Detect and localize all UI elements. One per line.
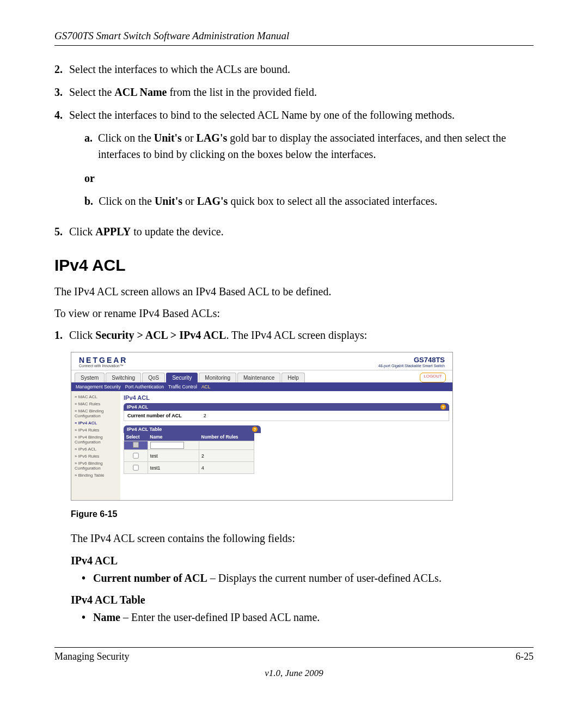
- help-icon[interactable]: ?: [440, 404, 446, 410]
- sidebar-item-mac-binding[interactable]: » MAC Binding Configuration: [74, 407, 118, 419]
- model-number: GS748TS: [378, 356, 445, 364]
- footer-version: v1.0, June 2009: [54, 668, 534, 679]
- sidebar-item-ipv4-binding[interactable]: » IPv4 Binding Configuration: [74, 434, 118, 446]
- logout-button[interactable]: LOGOUT: [420, 373, 446, 382]
- sidebar-item-mac-acl[interactable]: » MAC ACL: [74, 393, 118, 400]
- step-5: Click APPLY to update the device.: [69, 223, 224, 240]
- tab-maintenance[interactable]: Maintenance: [237, 373, 280, 382]
- figure-caption: Figure 6-15: [71, 509, 452, 519]
- tab-security[interactable]: Security: [166, 373, 198, 382]
- subnav-port-auth[interactable]: Port Authentication: [125, 384, 164, 389]
- running-header: GS700TS Smart Switch Software Administra…: [54, 30, 534, 46]
- sidebar: » MAC ACL » MAC Rules » MAC Binding Conf…: [71, 391, 120, 500]
- after-figure-text: The IPv4 ACL screen contains the followi…: [71, 530, 534, 546]
- step-1-view: Click Security > ACL > IPv4 ACL. The IPv…: [69, 327, 367, 343]
- step-4b: Click on the Unit's or LAG's quick box t…: [99, 193, 437, 209]
- panel-acl-table-header: IPv4 ACL Table ?: [124, 425, 261, 433]
- table-row: test 2: [124, 450, 254, 462]
- table-row: test1 4: [124, 462, 254, 474]
- row-select-checkbox[interactable]: [133, 465, 139, 470]
- step-2: Select the interfaces to which the ACLs …: [69, 61, 290, 77]
- field-definitions: IPv4 ACL •Current number of ACL – Displa…: [71, 552, 534, 626]
- select-all-box[interactable]: [133, 442, 139, 448]
- col-select: Select: [124, 433, 148, 441]
- section-heading: IPv4 ACL: [54, 256, 534, 275]
- acl-rules-cell: 4: [199, 462, 254, 474]
- current-acl-value: 2: [204, 413, 206, 418]
- subnav-traffic-control[interactable]: Traffic Control: [168, 384, 197, 389]
- acl-name-cell: test1: [148, 462, 199, 474]
- model-description: 48-port Gigabit Stackable Smart Switch: [378, 364, 445, 368]
- table-row-input: [124, 441, 254, 450]
- step-3: Select the ACL Name from the list in the…: [69, 84, 317, 100]
- tab-monitoring[interactable]: Monitoring: [199, 373, 236, 382]
- subnav-management-security[interactable]: Management Security: [76, 384, 121, 389]
- sidebar-item-ipv4-acl[interactable]: » IPv4 ACL: [74, 419, 118, 427]
- help-icon[interactable]: ?: [252, 427, 258, 432]
- step-4: Select the interfaces to bind to the sel…: [69, 109, 455, 121]
- section-intro-2: To view or rename IPv4 Based ACLs:: [54, 305, 534, 321]
- col-rules: Number of Rules: [199, 433, 254, 441]
- sidebar-item-ipv6-rules[interactable]: » IPv6 Rules: [74, 453, 118, 460]
- footer-page: 6-25: [516, 651, 534, 662]
- brand-logo: NETGEAR: [79, 356, 127, 364]
- acl-name-cell: test: [148, 450, 199, 462]
- sub-nav: Management Security Port Authentication …: [71, 382, 452, 391]
- brand-tagline: Connect with Innovation™: [79, 364, 127, 368]
- tab-qos[interactable]: QoS: [142, 373, 165, 382]
- footer-section: Managing Security: [54, 651, 129, 662]
- sidebar-item-binding-table[interactable]: » Binding Table: [74, 472, 118, 479]
- field-heading-ipv4-acl-table: IPv4 ACL Table: [71, 591, 534, 608]
- main-tabs: System Switching QoS Security Monitoring…: [71, 370, 452, 382]
- sidebar-item-mac-rules[interactable]: » MAC Rules: [74, 400, 118, 407]
- sidebar-item-ipv6-acl[interactable]: » IPv6 ACL: [74, 446, 118, 453]
- acl-rules-cell: 2: [199, 450, 254, 462]
- acl-name-input[interactable]: [150, 442, 184, 449]
- numbered-steps: 2.Select the interfaces to which the ACL…: [54, 61, 534, 240]
- tab-switching[interactable]: Switching: [106, 373, 141, 382]
- panel-ipv4-acl-header: IPv4 ACL ?: [124, 403, 449, 411]
- acl-table: Select Name Number of Rules test: [124, 433, 254, 474]
- col-name: Name: [148, 433, 199, 441]
- current-acl-label: Current number of ACL: [127, 413, 182, 418]
- content-title: IPv4 ACL: [124, 394, 449, 401]
- step-4a: Click on the Unit's or LAG's gold bar to…: [98, 130, 534, 162]
- sidebar-item-ipv6-binding[interactable]: » IPv6 Binding Configuration: [74, 460, 118, 472]
- section-intro-1: The IPv4 ACL screen allows an IPv4 Based…: [54, 283, 534, 300]
- tab-system[interactable]: System: [75, 373, 105, 382]
- subnav-acl[interactable]: ACL: [201, 384, 211, 389]
- field-heading-ipv4-acl: IPv4 ACL: [71, 552, 534, 569]
- or-separator: or: [84, 170, 534, 186]
- row-select-checkbox[interactable]: [133, 453, 139, 458]
- sidebar-item-ipv4-rules[interactable]: » IPv4 Rules: [74, 427, 118, 434]
- figure: NETGEAR Connect with Innovation™ GS748TS…: [71, 352, 452, 519]
- tab-help[interactable]: Help: [281, 373, 305, 382]
- switch-ui-screenshot: NETGEAR Connect with Innovation™ GS748TS…: [71, 352, 453, 501]
